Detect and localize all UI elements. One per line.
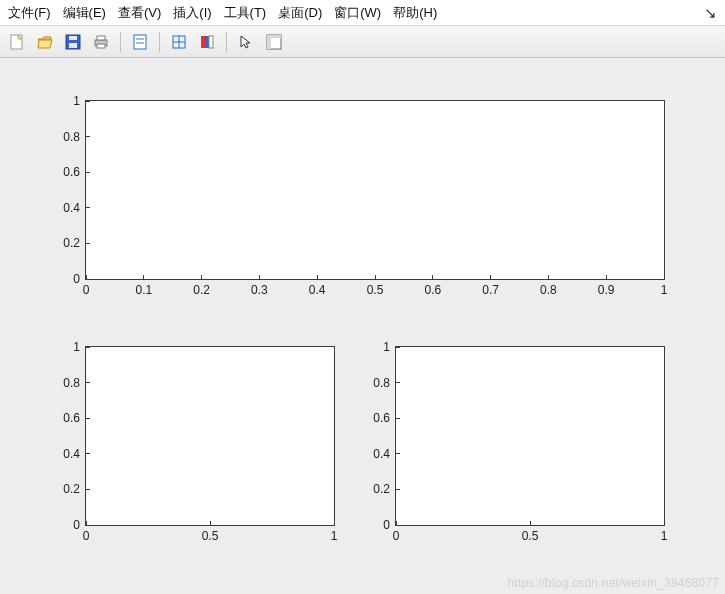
svg-rect-15 (205, 36, 209, 48)
x-tick-label: 0.7 (482, 279, 499, 297)
y-tick-label: 0.6 (63, 411, 86, 425)
y-tick-label: 0.8 (63, 376, 86, 390)
svg-rect-3 (69, 36, 77, 40)
watermark-text: https://blog.csdn.net/weixin_38468077 (507, 576, 719, 590)
svg-rect-6 (97, 36, 105, 40)
print-icon[interactable] (90, 31, 112, 53)
y-tick-label: 0.6 (63, 165, 86, 179)
svg-rect-10 (136, 42, 144, 44)
svg-rect-4 (69, 43, 77, 48)
x-tick-label: 0.5 (367, 279, 384, 297)
x-tick-label: 0.2 (193, 279, 210, 297)
toolbar-separator (120, 32, 121, 52)
menu-desktop[interactable]: 桌面(D) (278, 4, 322, 22)
x-tick-label: 0.5 (522, 525, 539, 543)
undock-icon[interactable]: ↘ (704, 4, 717, 22)
menu-file[interactable]: 文件(F) (8, 4, 51, 22)
open-icon[interactable] (34, 31, 56, 53)
y-tick-label: 0.4 (373, 447, 396, 461)
toolbar-separator (226, 32, 227, 52)
x-tick-label: 1 (331, 525, 338, 543)
axes-2[interactable]: 00.20.40.60.8100.51 (85, 346, 335, 526)
menu-edit[interactable]: 编辑(E) (63, 4, 106, 22)
x-tick-label: 1 (661, 525, 668, 543)
y-tick-label: 0.8 (63, 130, 86, 144)
svg-rect-7 (97, 44, 105, 48)
axes-1[interactable]: 00.20.40.60.8100.10.20.30.40.50.60.70.80… (85, 100, 665, 280)
y-tick-label: 0.4 (63, 201, 86, 215)
colorbar-icon[interactable] (196, 31, 218, 53)
x-tick-label: 0 (83, 279, 90, 297)
y-tick-label: 0.2 (63, 482, 86, 496)
menu-view[interactable]: 查看(V) (118, 4, 161, 22)
svg-rect-19 (267, 35, 271, 49)
y-tick-label: 0.2 (63, 236, 86, 250)
svg-rect-9 (136, 38, 144, 40)
menubar: 文件(F) 编辑(E) 查看(V) 插入(I) 工具(T) 桌面(D) 窗口(W… (0, 0, 725, 26)
axes-3[interactable]: 00.20.40.60.8100.51 (395, 346, 665, 526)
toolbar (0, 26, 725, 58)
x-tick-label: 0.3 (251, 279, 268, 297)
menu-insert[interactable]: 插入(I) (173, 4, 211, 22)
page-setup-icon[interactable] (129, 31, 151, 53)
x-tick-label: 0 (393, 525, 400, 543)
menu-help[interactable]: 帮助(H) (393, 4, 437, 22)
y-tick-label: 0.4 (63, 447, 86, 461)
x-tick-label: 0.6 (424, 279, 441, 297)
svg-marker-17 (241, 36, 250, 48)
svg-rect-14 (201, 36, 205, 48)
svg-rect-16 (209, 36, 213, 48)
x-tick-label: 0.8 (540, 279, 557, 297)
toolbar-separator (159, 32, 160, 52)
x-tick-label: 0.9 (598, 279, 615, 297)
menu-window[interactable]: 窗口(W) (334, 4, 381, 22)
save-icon[interactable] (62, 31, 84, 53)
data-cursor-icon[interactable] (168, 31, 190, 53)
plot-tools-icon[interactable] (263, 31, 285, 53)
pointer-icon[interactable] (235, 31, 257, 53)
svg-rect-20 (271, 35, 281, 38)
x-tick-label: 0.4 (309, 279, 326, 297)
menu-tools[interactable]: 工具(T) (224, 4, 267, 22)
y-tick-label: 0.8 (373, 376, 396, 390)
x-tick-label: 0 (83, 525, 90, 543)
figure-canvas[interactable]: 00.20.40.60.8100.10.20.30.40.50.60.70.80… (0, 58, 725, 594)
x-tick-label: 0.1 (135, 279, 152, 297)
x-tick-label: 1 (661, 279, 668, 297)
new-figure-icon[interactable] (6, 31, 28, 53)
y-tick-label: 0.6 (373, 411, 396, 425)
x-tick-label: 0.5 (202, 525, 219, 543)
y-tick-label: 0.2 (373, 482, 396, 496)
